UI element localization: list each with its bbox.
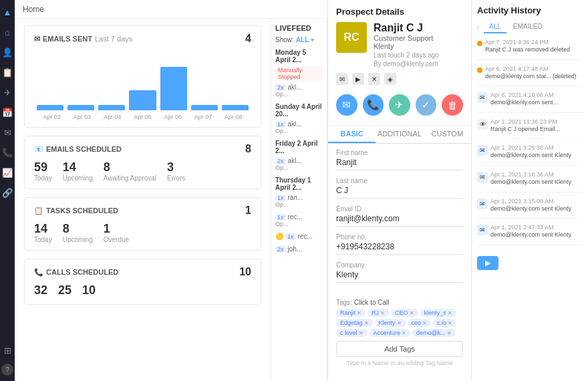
- form-value[interactable]: ranjit@klenty.com: [336, 214, 463, 227]
- stat-value: 32: [34, 283, 47, 297]
- livefeed-badge: 2x: [275, 246, 286, 253]
- nav-icon-users[interactable]: 👤: [1, 45, 14, 59]
- nav-icon-home[interactable]: ▲: [1, 5, 14, 19]
- livefeed-item-row: 1xakl...: [275, 120, 323, 128]
- activity-tabs: ‹ ALLEMAILED: [477, 21, 583, 33]
- nav-icon-chart[interactable]: 📈: [1, 166, 14, 179]
- form-field-email-id: Email IDranjit@klenty.com: [336, 205, 463, 227]
- check-action-btn[interactable]: ✓: [416, 94, 437, 116]
- tag-item[interactable]: Accenture✕: [370, 329, 411, 337]
- livefeed-day-group: Monday 5 April 2...Manually Stopped2xakl…: [275, 49, 323, 98]
- prospect-tab-additional[interactable]: ADDITIONAL: [376, 126, 423, 143]
- tag-remove-icon[interactable]: ✕: [357, 310, 361, 316]
- livefeed-item: 1xrec...Op...: [275, 213, 323, 227]
- tag-remove-icon[interactable]: ✕: [410, 310, 414, 316]
- livefeed-title: LIVEFEED: [275, 24, 323, 32]
- livefeed-action: Op...: [275, 164, 323, 171]
- tag-item[interactable]: RJ✕: [368, 309, 389, 317]
- add-tags-button[interactable]: Add Tags: [336, 341, 463, 357]
- form-value[interactable]: C J: [336, 186, 463, 199]
- activity-time: Apr 1, 2021 11:36:23 PM: [490, 118, 583, 125]
- nav-icon-grid[interactable]: ⊞: [1, 344, 14, 357]
- tag-remove-icon[interactable]: ✕: [448, 310, 452, 316]
- activity-tab-all[interactable]: ALL: [484, 21, 506, 33]
- emails-sent-title: ✉ EMAILS SENT Last 7 days: [34, 35, 132, 43]
- tag-remove-icon[interactable]: ✕: [359, 330, 363, 336]
- activity-action-button[interactable]: ▶: [477, 256, 498, 270]
- nav-icon-calendar[interactable]: 📅: [1, 106, 14, 119]
- bar-label: Apr 03: [74, 114, 92, 120]
- form-value[interactable]: Ranjit: [336, 158, 463, 170]
- prospect-tab-basic[interactable]: BASIC: [328, 126, 376, 143]
- status-icon-1[interactable]: ✉: [336, 73, 348, 85]
- prospect-tab-custom[interactable]: CUSTOM: [424, 126, 471, 143]
- activity-item: ✉Apr 6, 2021 4:16:06 AMdemo@klenty.com s…: [477, 92, 583, 113]
- tag-remove-icon[interactable]: ✕: [447, 330, 452, 336]
- tag-item[interactable]: Edgetag✕: [336, 319, 373, 327]
- stat-item: 32: [34, 283, 47, 297]
- stat-value: 8: [104, 160, 156, 174]
- nav-icon-email[interactable]: ✉: [1, 126, 14, 139]
- tag-remove-icon[interactable]: ✕: [380, 310, 385, 316]
- prospect-tabs: BASICADDITIONALCUSTOM: [328, 126, 471, 144]
- bar-group: [37, 105, 63, 110]
- bar-label: Apr 08: [225, 114, 243, 120]
- tag-item[interactable]: Ranjit✕: [336, 309, 365, 317]
- nav-icon-tasks[interactable]: 📋: [1, 66, 14, 79]
- activity-tab-emailed[interactable]: EMAILED: [508, 21, 548, 33]
- delete-action-btn[interactable]: 🗑: [442, 94, 463, 116]
- bar: [129, 90, 156, 110]
- tag-remove-icon[interactable]: ✕: [448, 320, 452, 326]
- status-icon-3[interactable]: ✕: [368, 73, 380, 85]
- tag-remove-icon[interactable]: ✕: [364, 320, 369, 326]
- stat-item: 3Errors: [167, 160, 185, 182]
- activity-time: Apr 6, 2021 4:17:48 AM: [485, 66, 583, 72]
- livefeed-item: 🟡1xrec...: [275, 233, 323, 240]
- activity-text: Ranjit C J was removed deleted: [485, 45, 583, 54]
- livefeed-badge: 2x: [275, 158, 286, 164]
- nav-icon-dashboard[interactable]: ⌂: [1, 25, 14, 39]
- prospect-role: Customer Support: [374, 34, 463, 42]
- status-icon-4[interactable]: ◈: [384, 73, 396, 85]
- form-label: Phone no.: [336, 233, 463, 241]
- tag-item[interactable]: c level✕: [336, 329, 368, 337]
- email-action-btn[interactable]: ✉: [336, 94, 357, 116]
- activity-time: Apr 7, 2021 4:36:24 PM: [485, 39, 583, 45]
- tag-item[interactable]: Klenty✕: [375, 319, 406, 327]
- nav-icon-send[interactable]: ✈: [1, 86, 14, 99]
- activity-time: Apr 1, 2021 3:25:36 AM: [490, 144, 583, 151]
- tag-item[interactable]: c.io✕: [433, 319, 456, 327]
- calls-icon: 📞: [34, 268, 43, 277]
- stat-item: 8Awaiting Approval: [104, 160, 156, 182]
- activity-tab-prev[interactable]: ‹: [477, 23, 480, 32]
- chevron-down-icon[interactable]: ▾: [311, 36, 314, 43]
- form-value[interactable]: Klenty: [336, 270, 463, 283]
- form-value[interactable]: +919543228238: [336, 242, 463, 255]
- tasks-scheduled-header: 📋 TASKS SCHEDULED 1: [34, 205, 251, 217]
- tag-remove-icon[interactable]: ✕: [397, 320, 402, 326]
- send-action-btn[interactable]: ✈: [389, 94, 410, 116]
- nav-icon-share[interactable]: 🔗: [1, 186, 14, 199]
- emails-sent-count: 4: [245, 33, 251, 45]
- activity-time: Apr 1, 2021 2:47:33 AM: [490, 224, 583, 231]
- status-icon-2[interactable]: ▶: [352, 73, 364, 85]
- tag-item[interactable]: demo@k...✕: [412, 329, 456, 337]
- form-field-phone-no.: Phone no.+919543228238: [336, 233, 463, 255]
- action-icons: ✉ 📞 ✈ ✓ 🗑: [336, 90, 463, 120]
- bar-group: [222, 105, 249, 110]
- phone-action-btn[interactable]: 📞: [363, 94, 384, 116]
- tag-item[interactable]: ceo✕: [408, 319, 432, 327]
- dot-activity-icon: [477, 41, 482, 46]
- prospect-profile: RC Ranjit C J Customer Support Klenty La…: [336, 22, 463, 68]
- stat-label: Today: [34, 236, 52, 243]
- nav-icon-help[interactable]: ?: [1, 364, 13, 376]
- tag-item[interactable]: CEO✕: [391, 309, 418, 317]
- avatar: RC: [336, 22, 367, 53]
- tags-section: Tags: Click to Call Ranjit✕RJ✕CEO✕klenty…: [328, 295, 471, 370]
- calls-scheduled-header: 📞 CALLS SCHEDULED 10: [34, 266, 251, 278]
- tag-remove-icon[interactable]: ✕: [402, 330, 406, 336]
- nav-icon-phone[interactable]: 📞: [1, 146, 14, 159]
- bar-chart: [34, 50, 251, 110]
- tag-remove-icon[interactable]: ✕: [422, 320, 427, 326]
- tag-item[interactable]: klenty_s✕: [420, 309, 456, 317]
